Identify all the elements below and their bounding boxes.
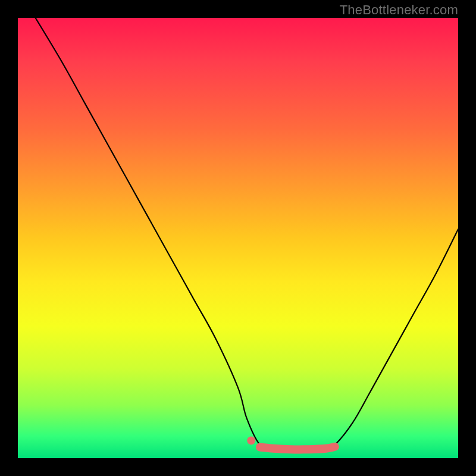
plot-area	[18, 18, 458, 458]
target-point-marker	[247, 436, 255, 444]
watermark-text: TheBottleneker.com	[340, 2, 458, 18]
chart-svg	[18, 18, 458, 458]
chart-frame: TheBottleneker.com	[0, 0, 476, 476]
target-band-path	[260, 447, 335, 450]
bottleneck-curve-path	[36, 18, 458, 450]
